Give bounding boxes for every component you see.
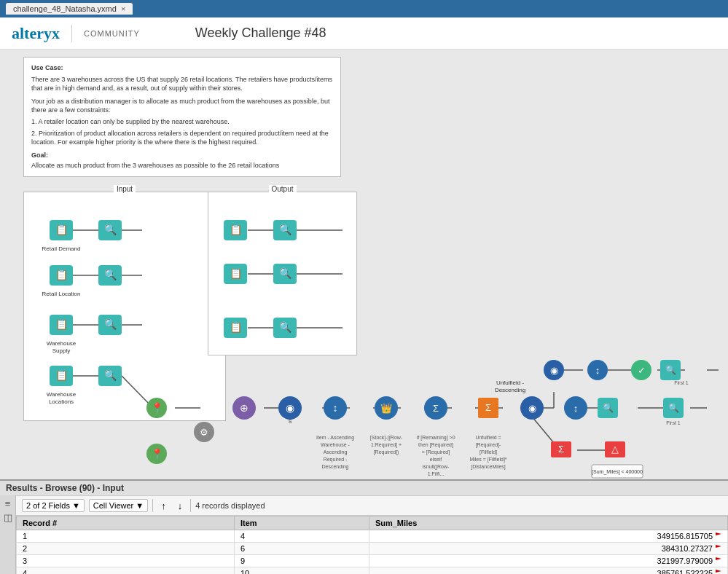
header-divider [71,25,72,42]
svg-point-117 [587,360,608,380]
results-toolbar: 2 of 2 Fields ▼ Cell Viewer ▼ ↑ ↓ 4 reco… [16,495,728,516]
cell-viewer-label: Cell Viewer [93,501,133,510]
title-bar: challenge_48_Natasha.yxmd × [0,0,728,17]
usecase-line1: There are 3 warehouses across the US tha… [31,75,333,93]
chart-icon[interactable]: ◫ [4,512,12,523]
cell-record: 2 [17,543,235,555]
svg-point-104 [520,396,544,420]
results-title: Results - Browse (90) - Input [6,483,124,493]
cell-sum-miles: 384310.27327 [369,543,727,555]
app-logo: alteryx [12,24,60,43]
svg-text:Descending: Descending [322,464,349,470]
table-icon[interactable]: ≡ [5,498,11,509]
table-row[interactable]: 14349156.815705 [17,530,728,543]
svg-text:Miles = [Filfield]*: Miles = [Filfield]* [469,457,506,463]
table-row[interactable]: 39321997.979009 [17,555,728,567]
svg-text:⊕: ⊕ [240,402,248,414]
flag-icon [716,545,721,552]
svg-text:[DistanceMiles]: [DistanceMiles] [471,464,506,470]
cell-record: 3 [17,555,235,567]
cell-viewer-button[interactable]: Cell Viewer ▼ [89,499,148,512]
svg-text:[Required]): [Required]) [374,449,399,455]
svg-text:Required -: Required - [324,457,348,463]
svg-rect-108 [598,398,618,418]
output-box-label: Output [268,185,296,193]
col-item[interactable]: Item [234,516,369,530]
col-sum-miles[interactable]: Sum_Miles [369,516,727,530]
cell-item: 6 [234,543,369,555]
svg-point-74 [278,396,302,420]
svg-text:elseif: elseif [430,457,442,462]
svg-text:S: S [289,419,292,424]
svg-text:[Required]-: [Required]- [476,442,501,448]
sort-up-button[interactable]: ↑ [157,498,170,514]
svg-text:Σ: Σ [433,403,439,414]
svg-text:↕: ↕ [574,403,579,414]
file-tab[interactable]: challenge_48_Natasha.yxmd × [6,3,133,15]
usecase-goal-text: Allocate as much product from the 3 ware… [31,161,333,170]
svg-point-68 [146,444,167,464]
svg-text:Ascending: Ascending [324,449,348,455]
cell-item: 10 [234,567,369,575]
svg-text:📍: 📍 [151,448,164,460]
svg-text:First 1: First 1 [674,380,689,385]
svg-text:[Sum_Miles] < 400000: [Sum_Miles] < 400000 [592,469,643,475]
svg-text:= [Required]: = [Required] [422,449,450,455]
results-bar: Results - Browse (90) - Input [0,479,728,495]
data-table-container: Record # Item Sum_Miles 14349156.815705 … [16,516,728,574]
svg-text:Σ: Σ [485,402,491,413]
svg-text:👑: 👑 [380,402,393,414]
svg-rect-97 [478,398,498,418]
svg-text:then [Required]: then [Required] [418,442,453,448]
left-icons-col: ≡ ◫ [0,495,16,574]
cell-item: 4 [234,530,369,543]
data-table: Record # Item Sum_Miles 14349156.815705 … [16,516,728,574]
use-case-box: Use Case: There are 3 warehouses across … [23,57,341,177]
sort-down-button[interactable]: ↓ [174,498,187,514]
svg-text:1:Filfi...: 1:Filfi... [428,471,445,476]
output-box: Output [208,192,357,355]
svg-text:First 1: First 1 [666,420,681,425]
svg-text:Unfulfield =: Unfulfield = [475,435,501,440]
col-record[interactable]: Record # [17,516,235,530]
toolbar-separator [152,499,153,512]
svg-text:Unfulfield -: Unfulfield - [496,380,525,386]
table-header-row: Record # Item Sum_Miles [17,516,728,530]
svg-text:↕: ↕ [333,402,338,414]
svg-text:If [Remaining] >0: If [Remaining] >0 [416,435,455,441]
app-header: alteryx COMMUNITY Weekly Challenge #48 [0,17,728,50]
fields-dropdown-icon[interactable]: ▼ [72,501,80,510]
header-community: COMMUNITY [84,29,140,38]
results-lower: ≡ ◫ 2 of 2 Fields ▼ Cell Viewer ▼ ↑ ↓ 4 … [0,495,728,574]
flag-icon [716,570,721,574]
svg-text:🔍: 🔍 [603,402,614,413]
cell-sum-miles: 385761.522225 [369,567,727,575]
svg-text:✓: ✓ [638,365,646,376]
flag-icon [716,532,721,540]
svg-point-119 [631,360,651,380]
fields-button[interactable]: 2 of 2 Fields ▼ [22,499,85,512]
table-body: 14349156.815705 26384310.27327 39321997.… [17,530,728,575]
cell-viewer-dropdown-icon[interactable]: ▼ [136,501,144,510]
svg-point-113 [544,360,564,380]
svg-point-72 [232,396,256,420]
cell-record: 1 [17,530,235,543]
table-row[interactable]: 410385761.522225 [17,567,728,575]
cell-sum-miles: 321997.979009 [369,555,727,567]
svg-point-84 [375,396,398,420]
fields-label: 2 of 2 Fields [26,501,70,510]
svg-rect-124 [551,441,571,457]
svg-text:◉: ◉ [286,402,294,414]
usecase-line3: 1. A retailer location can only be suppl… [31,117,333,127]
results-section: Results - Browse (90) - Input ≡ ◫ 2 of 2… [0,479,728,574]
main-content: 2 of 2 Fields ▼ Cell Viewer ▼ ↑ ↓ 4 reco… [16,495,728,574]
file-tab-name: challenge_48_Natasha.yxmd [13,4,117,13]
svg-text:1:Required] +: 1:Required] + [371,442,402,448]
table-row[interactable]: 26384310.27327 [17,543,728,555]
svg-text:◉: ◉ [528,403,536,414]
usecase-line4: 2. Prioritization of product allocation … [31,129,333,147]
svg-point-77 [324,396,347,420]
svg-text:🔍: 🔍 [668,402,679,413]
close-tab-icon[interactable]: × [121,4,125,13]
input-box: Input [23,192,226,421]
